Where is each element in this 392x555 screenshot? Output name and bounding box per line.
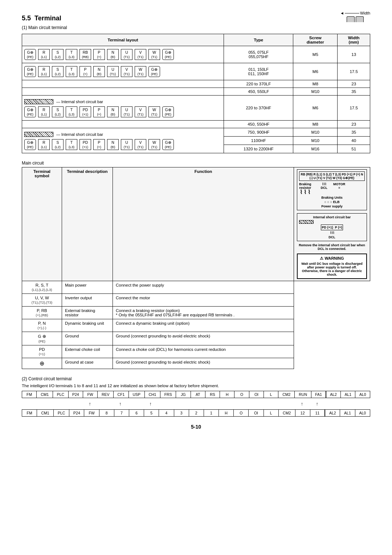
col-desc: Terminal description xyxy=(62,167,113,281)
table-row: P, N(+),(-) Dynamic braking unit Connect… xyxy=(22,319,370,332)
circuit-label: Main circuit xyxy=(22,161,370,166)
col-symbol: Terminalsymbol xyxy=(22,167,62,281)
control-terminal-arrows: ↑↑↑ ↑↑ xyxy=(22,400,370,407)
table-row: 450, 550HF M8 23 xyxy=(22,121,370,128)
terminal-layout-table: Terminal layout Type Screwdiameter Width… xyxy=(22,34,370,153)
control-terminal-row1: FMCM1PLCP24FWREVCF1USPCH1FRSJGATRSHOOILC… xyxy=(22,391,370,398)
table-row: 220 to 370LF M8 23 xyxy=(22,80,370,88)
col-width: Width(mm) xyxy=(338,34,370,46)
control-circuit-note: The intelligent I/O terminals 1 to 8 and… xyxy=(22,384,370,388)
circuit-diagram: RB (RB) R (L1) S (L2) T (L3) PD (+1) P (… xyxy=(297,169,367,210)
table-row: R, S, T(L1),(L2),(L3) Main power Connect… xyxy=(22,281,370,294)
main-circuit-label: (1) Main circuit terminal xyxy=(22,25,67,30)
col-terminal-layout: Terminal layout xyxy=(22,34,224,46)
width-diagram: ◄Width xyxy=(340,11,370,22)
table-row: 450, 550LF M10 35 xyxy=(22,88,370,96)
circuit-description-table: Terminalsymbol Terminal description Func… xyxy=(22,167,370,369)
table-row: P, RB(+),(RB) External braking resistor … xyxy=(22,307,370,319)
col-type: Type xyxy=(224,34,293,46)
table-row: G⊕(PE) R(L1) S(L2) T(L3) RB(RB) P(+) N(Ð… xyxy=(22,46,370,63)
warning-box: ⚠ WARNING Wait until DC bus voltage is d… xyxy=(297,254,367,279)
table-row: G⊕(PE) R(L1) S(L2) T(L3) P(+) N(Ð) U(T1)… xyxy=(22,63,370,80)
internal-bar-diagram: Internal short circuit bar PD (+1) P (+)… xyxy=(297,213,367,241)
table-row: U, V, W(T1),(T2),(T3) Inverter output Co… xyxy=(22,294,370,307)
table-row: — Internal short circuit bar G⊕(PE) R(L1… xyxy=(22,128,370,137)
col-screw: Screwdiameter xyxy=(293,34,338,46)
warning-title: ⚠ WARNING xyxy=(301,256,363,261)
page-number: 5-10 xyxy=(22,424,370,430)
table-row: PD(+1) External choke coil Connect a cho… xyxy=(22,345,370,358)
table-row: — Internal short circuit bar G⊕(PE) R(L1… xyxy=(22,96,370,121)
remove-label: Remove the internal short circuit bar wh… xyxy=(297,243,367,251)
col-func: Function xyxy=(113,167,294,281)
diagram-col: RB (RB) R (L1) S (L2) T (L3) PD (+1) P (… xyxy=(294,167,370,281)
control-terminal-row2: FMCM1PLCP24FW87654321HOOILCM21211AL2AL1A… xyxy=(22,409,370,417)
section-title: 5.5 Terminal xyxy=(22,15,67,22)
table-row: ⊕ Ground at case Ground (connect groundi… xyxy=(22,358,370,369)
control-circuit-section: (2) Control circuit terminal The intelli… xyxy=(22,376,370,417)
control-circuit-label: (2) Control circuit terminal xyxy=(22,376,370,381)
table-row: G ⊕(PE) Ground Ground (connect grounding… xyxy=(22,332,370,345)
